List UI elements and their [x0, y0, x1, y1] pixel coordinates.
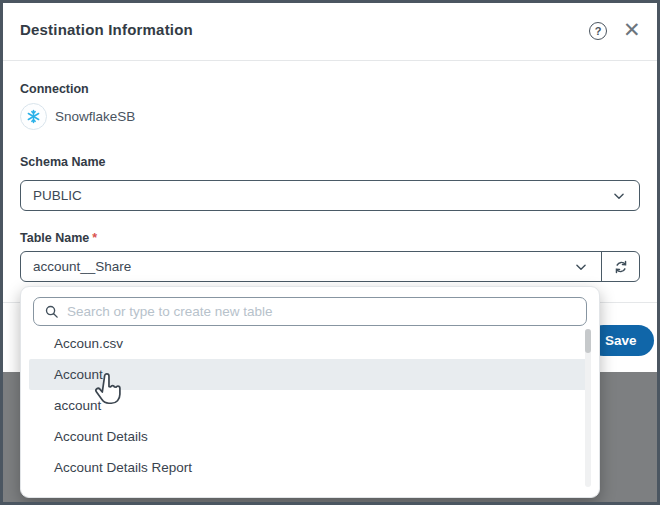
table-name-label-text: Table Name [20, 231, 89, 245]
required-asterisk: * [92, 231, 97, 245]
schema-select-value: PUBLIC [21, 188, 612, 203]
table-select-value: account__Share [21, 259, 574, 274]
search-icon [44, 304, 59, 319]
header-divider [3, 60, 657, 61]
close-icon[interactable]: ✕ [623, 17, 641, 43]
table-option[interactable]: account [29, 390, 589, 421]
schema-name-label: Schema Name [20, 155, 105, 169]
dialog-screenshot-frame: Destination Information ? ✕ Connection S… [0, 0, 660, 505]
chevron-down-icon [612, 189, 626, 203]
table-search-input[interactable] [59, 304, 586, 319]
table-option-hovered[interactable]: Account [29, 359, 589, 390]
connection-row: SnowflakeSB [20, 103, 135, 130]
page-title: Destination Information [20, 21, 193, 38]
connection-value: SnowflakeSB [55, 109, 135, 124]
dropdown-scrollbar-thumb[interactable] [585, 329, 591, 353]
table-option[interactable]: Accoun.csv [29, 328, 589, 359]
table-option[interactable]: Account Details Report [29, 452, 589, 483]
refresh-tables-button[interactable] [601, 252, 639, 281]
table-name-label: Table Name* [20, 231, 97, 245]
table-dropdown-panel: Accoun.csv Account account Account Detai… [20, 286, 600, 498]
table-select[interactable]: account__Share [20, 251, 640, 282]
table-option-list: Accoun.csv Account account Account Detai… [21, 328, 599, 483]
table-option[interactable]: Account Details [29, 421, 589, 452]
dropdown-scrollbar-track[interactable] [585, 329, 591, 487]
help-icon[interactable]: ? [589, 22, 607, 40]
chevron-down-icon [574, 260, 588, 274]
table-search-box[interactable] [33, 297, 587, 326]
refresh-icon [613, 259, 629, 275]
snowflake-icon [20, 103, 47, 130]
schema-select[interactable]: PUBLIC [20, 180, 640, 211]
connection-label: Connection [20, 82, 89, 96]
